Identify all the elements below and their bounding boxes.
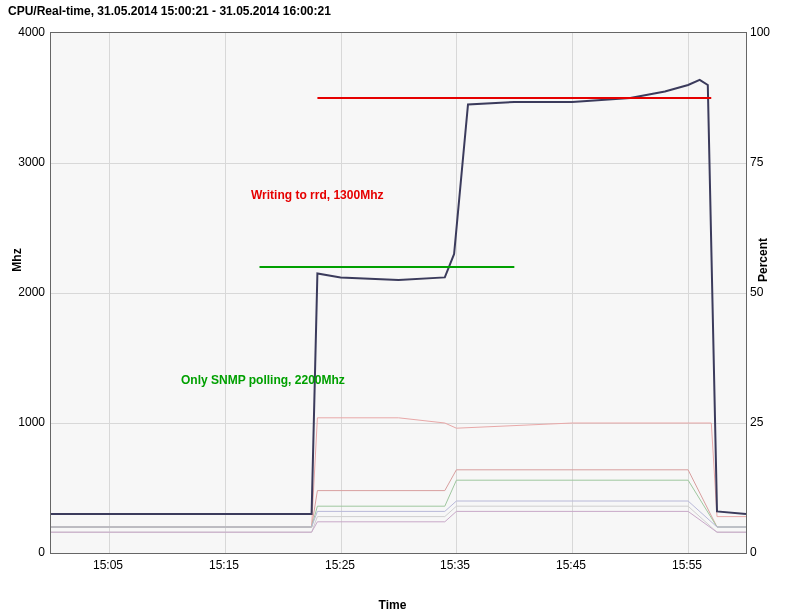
x-tick: 15:25 [325, 558, 355, 572]
y-right-tick: 0 [750, 545, 757, 559]
y-left-tick: 4000 [5, 25, 45, 39]
x-tick: 15:55 [672, 558, 702, 572]
annotation-red: Writing to rrd, 1300Mhz [251, 188, 383, 202]
plot-area: Only SNMP polling, 2200Mhz Writing to rr… [50, 32, 747, 554]
chart-container: CPU/Real-time, 31.05.2014 15:00:21 - 31.… [0, 0, 785, 616]
y-axis-left-label: Mhz [10, 248, 24, 271]
chart-lines [51, 33, 746, 553]
x-tick: 15:15 [209, 558, 239, 572]
y-left-tick: 3000 [5, 155, 45, 169]
y-left-tick: 0 [5, 545, 45, 559]
y-right-tick: 25 [750, 415, 763, 429]
y-axis-right-label: Percent [756, 238, 770, 282]
y-right-tick: 75 [750, 155, 763, 169]
y-right-tick: 50 [750, 285, 763, 299]
y-right-tick: 100 [750, 25, 770, 39]
x-axis-label: Time [379, 598, 407, 612]
x-tick: 15:35 [440, 558, 470, 572]
y-left-tick: 1000 [5, 415, 45, 429]
y-left-tick: 2000 [5, 285, 45, 299]
chart-title: CPU/Real-time, 31.05.2014 15:00:21 - 31.… [8, 4, 331, 18]
annotation-green: Only SNMP polling, 2200Mhz [181, 373, 345, 387]
x-tick: 15:05 [93, 558, 123, 572]
x-tick: 15:45 [556, 558, 586, 572]
